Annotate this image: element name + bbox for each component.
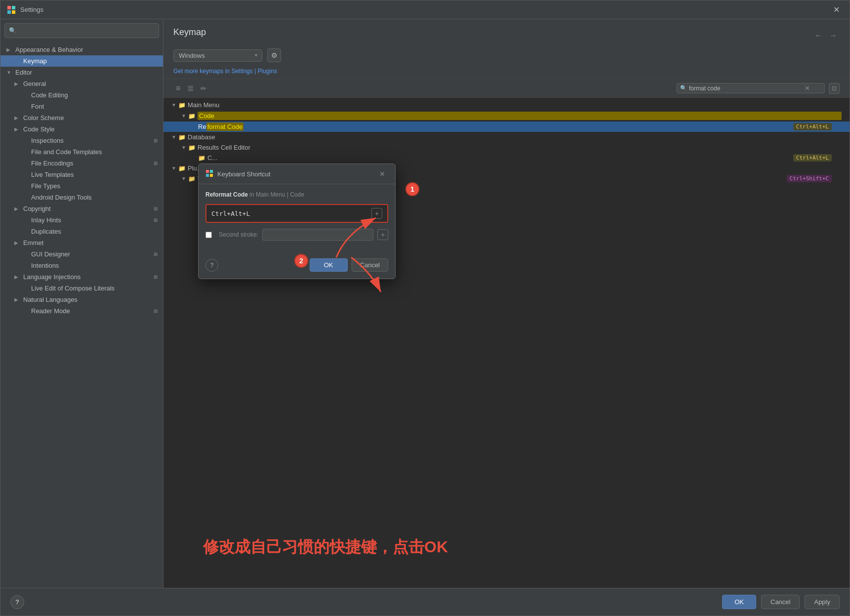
get-more-link[interactable]: Get more keymaps in Settings | Plugins [173,68,277,75]
modal-close-button[interactable]: ✕ [376,169,388,179]
svg-rect-4 [206,170,209,173]
node-label: Main Menu [188,101,842,109]
modal-app-icon [205,169,213,179]
close-button[interactable]: ✕ [829,3,844,16]
sidebar-item-inlay-hints[interactable]: Inlay Hints ⊞ [0,214,163,226]
folder-icon: 📁 [188,144,196,151]
sidebar-item-label: File Types [31,182,159,190]
badge-icon: ⊞ [152,274,159,281]
forward-button[interactable]: → [827,30,840,41]
sidebar-item-label: Appearance & Behavior [15,46,159,53]
modal-cancel-button[interactable]: Cancel [352,258,388,272]
sidebar-item-color-scheme[interactable]: ▶ Color Scheme [0,112,163,123]
sidebar-item-copyright[interactable]: ▶ Copyright ⊞ [0,203,163,214]
second-stroke-checkbox[interactable] [205,232,212,238]
sidebar-item-label: Intentions [31,262,159,269]
sidebar-item-file-types[interactable]: File Types [0,180,163,192]
sidebar-item-code-style[interactable]: ▶ Code Style [0,123,163,135]
apply-button[interactable]: Apply [805,595,840,609]
sidebar-item-file-code-templates[interactable]: File and Code Templates [0,146,163,158]
sidebar-item-label: Live Templates [31,171,159,178]
sidebar-item-natural-languages[interactable]: ▶ Natural Languages [0,294,163,305]
keyboard-shortcut-dialog[interactable]: Keyboard Shortcut ✕ Reformat Code in Mai… [198,164,396,279]
sidebar-item-duplicates[interactable]: Duplicates [0,226,163,237]
sidebar-item-label: Android Design Tools [31,194,159,201]
sidebar-item-appearance[interactable]: ▶ Appearance & Behavior [0,44,163,55]
second-stroke-input[interactable] [262,229,373,241]
node-label: Results Cell Editor [198,144,842,151]
shortcut-value: Ctrl+Alt+L [211,210,371,217]
search-clear-button[interactable]: ✕ [805,84,810,92]
modal-footer: ? OK Cancel [199,254,395,279]
arrow-icon: ▼ [171,134,178,140]
sidebar-item-label: Natural Languages [23,296,159,303]
sidebar-item-intentions[interactable]: Intentions [0,260,163,271]
sidebar-item-gui-designer[interactable]: GUI Designer ⊞ [0,248,163,260]
arrow-icon: ▶ [14,115,21,121]
tree-node-c[interactable]: 📁 C... Ctrl+Alt+L [163,153,850,163]
folder-icon: 📁 [178,134,186,141]
panel-header: Keymap ← → Windows ⚙ Get more keymaps in… [163,19,850,79]
sidebar-item-general[interactable]: ▶ General [0,78,163,89]
action-path-text: in Main Menu | Code [249,191,304,198]
sidebar-item-live-edit[interactable]: Live Edit of Compose Literals [0,283,163,294]
arrow-icon: ▶ [14,81,21,86]
align-left-button[interactable]: ≡ [173,82,183,94]
back-button[interactable]: ← [812,30,825,41]
arrow-icon: ▼ [171,102,178,108]
folder-icon: 📁 [178,102,186,109]
modal-help-button[interactable]: ? [205,259,218,272]
badge-icon: ⊞ [152,137,159,144]
modal-ok-button[interactable]: OK [310,258,348,272]
chinese-annotation: 修改成自己习惯的快捷键，点击OK [203,536,448,558]
svg-rect-7 [210,174,213,177]
search-input[interactable] [689,85,803,92]
search-icon: 🔍 [9,27,16,34]
sidebar-search[interactable]: 🔍 [4,23,159,38]
modal-action-label: Reformat Code in Main Menu | Code [205,191,388,198]
panel-toolbar: ≡ ≣ ✏ 🔍 ✕ ⊡ [163,79,850,98]
tree-node-main-menu[interactable]: ▼ 📁 Main Menu [163,100,850,110]
sidebar-item-label: Inspections [31,137,152,144]
sidebar-item-editor[interactable]: ▼ Editor [0,67,163,78]
sidebar-item-keymap[interactable]: Keymap [0,55,163,67]
bottom-bar: ? OK Cancel Apply [0,588,850,616]
sidebar-item-file-encodings[interactable]: File Encodings ⊞ [0,158,163,169]
shortcut-add-button[interactable]: + [371,208,382,219]
folder-icon: 📁 [188,113,196,120]
align-right-button[interactable]: ≣ [185,82,196,94]
sidebar-item-reader-mode[interactable]: Reader Mode ⊞ [0,305,163,317]
second-stroke-add-button[interactable]: + [377,229,388,240]
keymap-dropdown[interactable]: Windows [173,49,262,62]
sidebar-item-live-templates[interactable]: Live Templates [0,169,163,180]
badge-icon: ⊞ [152,251,159,258]
arrow-icon: ▼ [171,165,178,171]
tree-node-reformat-code[interactable]: Reformat Code Ctrl+Alt+L [163,122,850,132]
cancel-button[interactable]: Cancel [761,595,800,609]
edit-button[interactable]: ✏ [198,83,209,94]
sidebar-item-emmet[interactable]: ▶ Emmet [0,237,163,248]
tree-node-results-cell-editor[interactable]: ▼ 📁 Results Cell Editor [163,142,850,153]
gear-button[interactable]: ⚙ [267,48,281,62]
sidebar-tree: ▶ Appearance & Behavior Keymap ▼ Editor … [0,42,163,588]
tree-node-code[interactable]: ▼ 📁 Code [163,110,850,122]
ok-button[interactable]: OK [722,595,756,609]
sidebar-item-label: Emmet [23,239,159,246]
sidebar-item-label: Font [31,103,159,110]
sidebar-item-language-injections[interactable]: ▶ Language Injections ⊞ [0,271,163,283]
tree-node-database[interactable]: ▼ 📁 Database [163,132,850,142]
help-button[interactable]: ? [10,595,24,609]
search-extra-button[interactable]: ⊡ [829,83,840,94]
sidebar-item-font[interactable]: Font [0,101,163,112]
sidebar-item-label: Inlay Hints [31,216,152,224]
app-icon [6,5,16,15]
sidebar-item-android-design-tools[interactable]: Android Design Tools [0,192,163,203]
sidebar-item-code-editing[interactable]: Code Editing [0,89,163,101]
sidebar-item-label: File Encodings [31,160,152,167]
sidebar-item-label: Language Injections [23,273,152,281]
arrow-icon: ▶ [14,240,21,246]
second-stroke-row: Second stroke: + [205,229,388,241]
node-label: Reformat Code [198,123,793,130]
badge-icon: ⊞ [152,308,159,315]
sidebar-item-inspections[interactable]: Inspections ⊞ [0,135,163,146]
